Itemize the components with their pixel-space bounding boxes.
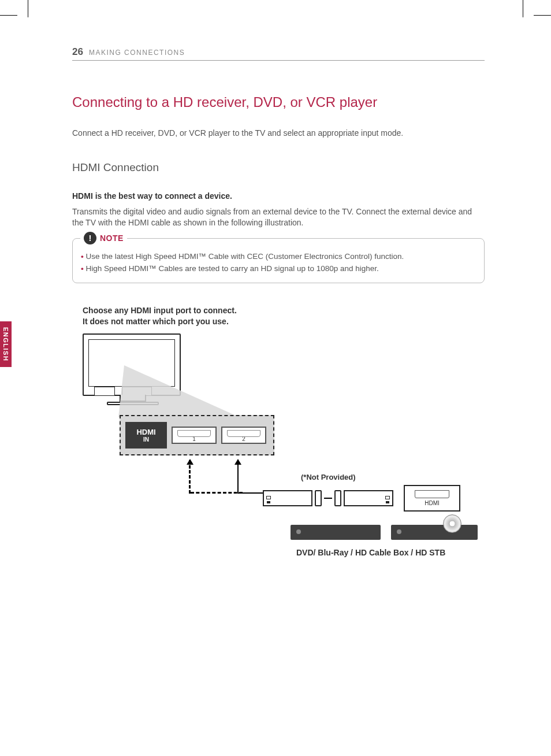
cable-wire (324, 498, 332, 499)
alert-icon: ! (84, 232, 96, 244)
note-item: High Speed HDMI™ Cables are tested to ca… (81, 264, 476, 275)
crop-mark (28, 0, 28, 17)
not-provided-label: (*Not Provided) (301, 473, 356, 481)
source-devices-illustration (291, 525, 478, 540)
note-header: ! NOTE (80, 232, 127, 244)
hdmi-input-panel: HDMI IN 1 2 (120, 415, 274, 455)
hdmi-out-label: HDMI (425, 500, 440, 506)
devices-label: DVD/ Blu-Ray / HD Cable Box / HD STB (296, 548, 445, 557)
hdmi-plug-icon (263, 490, 312, 506)
crop-mark (0, 15, 17, 16)
note-item: Use the latest High Speed HDMI™ Cable wi… (81, 251, 476, 262)
page-header: 26 MAKING CONNECTIONS (72, 46, 485, 61)
page-content: 26 MAKING CONNECTIONS Connecting to a HD… (35, 32, 516, 733)
hdmi-port-2: 2 (221, 427, 266, 444)
arrow-solid (237, 460, 239, 494)
language-tab: ENGLISH (0, 321, 12, 367)
arrow-dashed (189, 460, 191, 494)
bluray-player-icon (391, 525, 478, 540)
body-text: Transmits the digital video and audio si… (72, 206, 485, 229)
disc-icon (443, 514, 461, 533)
emphasis-line: HDMI is the best way to connect a device… (72, 191, 485, 201)
hdmi-plug-icon (344, 490, 393, 506)
connection-diagram: Choose any HDMI input port to connect. I… (83, 305, 485, 606)
diagram-instruction-line: It does not matter which port you use. (83, 317, 229, 326)
diagram-instruction: Choose any HDMI input port to connect. I… (83, 305, 485, 328)
subheading: HDMI Connection (72, 161, 485, 174)
page-title: Connecting to a HD receiver, DVD, or VCR… (72, 94, 485, 110)
crop-mark (534, 15, 551, 16)
cable-box-icon (291, 525, 381, 540)
cable-row: HDMI (263, 486, 485, 510)
crop-mark (523, 0, 523, 17)
hdmi-port-1: 1 (172, 427, 217, 444)
note-label: NOTE (100, 234, 124, 243)
intro-text: Connect a HD receiver, DVD, or VCR playe… (72, 128, 485, 139)
hdmi-in-badge: HDMI IN (125, 422, 167, 449)
hdmi-out-port: HDMI (404, 485, 460, 512)
page-number: 26 (72, 46, 83, 58)
zoom-highlight (118, 365, 240, 417)
note-box: ! NOTE Use the latest High Speed HDMI™ C… (72, 238, 485, 283)
cable-ferrite-icon (315, 490, 322, 506)
hdmi-logo: HDMI (136, 428, 155, 436)
cable-ferrite-icon (334, 490, 341, 506)
section-name: MAKING CONNECTIONS (89, 49, 185, 57)
hdmi-in-label: IN (143, 436, 149, 443)
diagram-instruction-line: Choose any HDMI input port to connect. (83, 306, 237, 315)
